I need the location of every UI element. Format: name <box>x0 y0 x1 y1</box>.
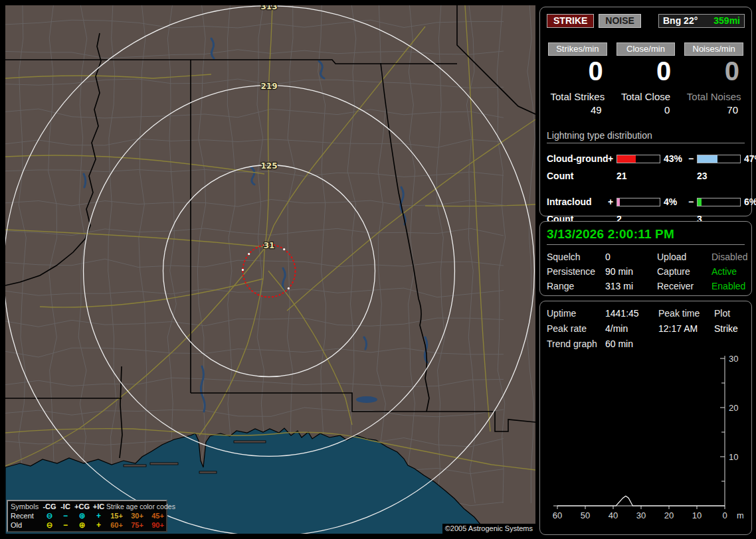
ic-plus-pct: 4% <box>660 193 688 210</box>
svg-text:60: 60 <box>553 510 562 520</box>
age-60: 60+ <box>106 521 127 530</box>
range-setting-value: 313 mi <box>605 281 657 291</box>
trend-panel: Uptime 1441:45 Peak time Plot Peak rate … <box>539 301 752 535</box>
cg-minus-bar <box>697 155 741 163</box>
cloud-ground-label: Cloud-ground <box>547 150 608 167</box>
squelch-label: Squelch <box>547 252 605 262</box>
svg-text:20: 20 <box>729 403 738 413</box>
circle-plus-icon: ⊕ <box>73 521 91 530</box>
svg-text:0: 0 <box>722 510 727 520</box>
svg-text:min: min <box>737 510 743 520</box>
strikes-per-min-value: 0 <box>547 57 609 85</box>
cg-count-label: Count <box>547 167 608 185</box>
peak-rate-label: Peak rate <box>547 323 605 334</box>
plus-sign: + <box>608 193 616 210</box>
copyright-label: ©2005 Astrogenic Systems <box>442 524 535 534</box>
lightning-map[interactable]: 31321912531 Symbols -CG -IC +CG +IC Stri… <box>5 5 535 534</box>
legend-col-pcg: +CG <box>73 502 91 511</box>
upload-label: Upload <box>657 252 711 262</box>
close-per-min-header: Close/min <box>616 42 676 56</box>
app-window: 31321912531 Symbols -CG -IC +CG +IC Stri… <box>0 0 756 539</box>
total-noises-label: Total Noises <box>683 91 745 102</box>
capture-label: Capture <box>657 266 711 277</box>
total-strikes-value: 49 <box>547 104 609 116</box>
peak-rate-value: 4/min <box>605 323 658 334</box>
squelch-value: 0 <box>605 252 657 262</box>
legend-col-ncg: -CG <box>41 502 58 511</box>
total-close-label: Total Close <box>615 91 677 102</box>
range-label: Range <box>547 281 605 291</box>
persistence-value: 90 min <box>605 266 657 277</box>
svg-text:30: 30 <box>636 510 646 520</box>
peak-time-label: Peak time <box>658 308 714 319</box>
ic-plus-bar-fill <box>617 198 620 206</box>
uptime-label: Uptime <box>547 308 605 319</box>
noises-per-min-header: Noises/min <box>684 42 743 56</box>
cg-plus-bar-fill <box>617 155 636 163</box>
trend-graph-window: 60 min <box>605 339 658 349</box>
plus-icon: + <box>91 512 106 520</box>
intracloud-label: Intracloud <box>547 193 608 210</box>
datetime-display: 3/13/2026 2:00:11 PM <box>547 227 745 245</box>
svg-text:30: 30 <box>729 354 738 364</box>
upload-status: Disabled <box>711 252 747 262</box>
capture-status: Active <box>711 266 747 277</box>
svg-text:40: 40 <box>609 510 618 520</box>
distribution-title: Lightning type distribution <box>547 130 745 143</box>
bearing-value: Bng 22° <box>663 15 698 26</box>
strike-toggle-button[interactable]: STRIKE <box>547 14 594 28</box>
trend-graph: 6050403020100min102030 <box>547 352 745 530</box>
minus-sign: − <box>688 150 697 167</box>
age-30: 30+ <box>127 512 147 520</box>
plus-sign: + <box>608 150 616 167</box>
ic-minus-pct: 6% <box>741 193 756 210</box>
age-75: 75+ <box>127 521 147 530</box>
legend-row-old: Old <box>11 521 41 530</box>
svg-text:50: 50 <box>581 510 590 520</box>
counters-panel: STRIKE NOISE Bng 22° 359mi Strikes/min 0… <box>539 7 752 216</box>
svg-text:10: 10 <box>729 452 738 462</box>
ic-minus-bar <box>697 198 741 206</box>
status-panel: 3/13/2026 2:00:11 PM Squelch 0 Upload Di… <box>539 221 752 296</box>
age-15: 15+ <box>106 512 127 520</box>
ic-plus-bar <box>616 198 660 206</box>
legend-age-header: Strike age color codes <box>106 502 168 511</box>
age-45: 45+ <box>147 512 168 520</box>
cg-plus-bar <box>616 155 660 163</box>
cg-plus-pct: 43% <box>660 150 688 167</box>
minus-icon: − <box>58 521 73 530</box>
svg-text:313: 313 <box>260 5 277 11</box>
svg-text:219: 219 <box>260 82 277 91</box>
strikes-per-min-header: Strikes/min <box>548 42 607 56</box>
receiver-label: Receiver <box>657 281 711 291</box>
uptime-value: 1441:45 <box>605 308 658 319</box>
legend-col-nic: -IC <box>58 502 73 511</box>
total-strikes-label: Total Strikes <box>547 91 609 102</box>
close-column: Close/min 0 Total Close 0 <box>615 42 677 116</box>
circle-minus-icon: ⊖ <box>41 521 58 530</box>
cg-plus-count: 21 <box>616 167 660 185</box>
bearing-range-badge: Bng 22° 359mi <box>658 14 745 28</box>
total-close-value: 0 <box>615 104 677 116</box>
cg-minus-bar-fill <box>698 155 717 163</box>
cg-minus-pct: 47% <box>741 150 756 167</box>
plot-label: Plot <box>714 308 745 319</box>
ic-minus-bar-fill <box>698 198 702 206</box>
svg-text:125: 125 <box>260 161 277 171</box>
strikes-column: Strikes/min 0 Total Strikes 49 <box>547 42 609 116</box>
noise-toggle-button[interactable]: NOISE <box>599 14 641 28</box>
peak-time-value: 12:17 AM <box>658 323 714 334</box>
noises-per-min-value: 0 <box>683 57 745 85</box>
total-noises-value: 70 <box>683 104 745 116</box>
legend-row-recent: Recent <box>11 512 41 520</box>
minus-icon: − <box>58 512 73 520</box>
receiver-status: Enabled <box>711 281 747 291</box>
map-canvas[interactable]: 31321912531 <box>5 5 535 534</box>
legend-symbols-header: Symbols <box>11 502 41 511</box>
legend-col-pic: +IC <box>91 502 106 511</box>
cg-minus-count: 23 <box>697 167 741 185</box>
trend-graph-canvas: 6050403020100min102030 <box>547 352 743 528</box>
svg-text:31: 31 <box>264 241 275 250</box>
persistence-label: Persistence <box>547 266 605 277</box>
map-symbol-legend: Symbols -CG -IC +CG +IC Strike age color… <box>7 500 167 532</box>
